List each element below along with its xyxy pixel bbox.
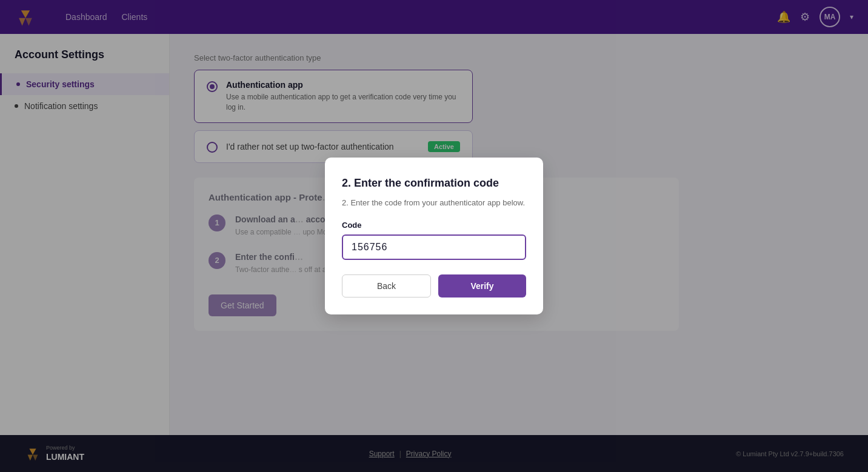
- modal-title: 2. Enter the confirmation code: [342, 177, 526, 190]
- code-label: Code: [342, 221, 526, 230]
- confirmation-modal: 2. Enter the confirmation code 2. Enter …: [325, 158, 543, 315]
- modal-buttons: Back Verify: [342, 274, 526, 297]
- back-button[interactable]: Back: [342, 274, 431, 297]
- modal-subtitle: 2. Enter the code from your authenticato…: [342, 197, 526, 209]
- verify-button[interactable]: Verify: [438, 274, 526, 297]
- code-input[interactable]: [342, 234, 526, 260]
- modal-overlay: 2. Enter the confirmation code 2. Enter …: [0, 0, 868, 472]
